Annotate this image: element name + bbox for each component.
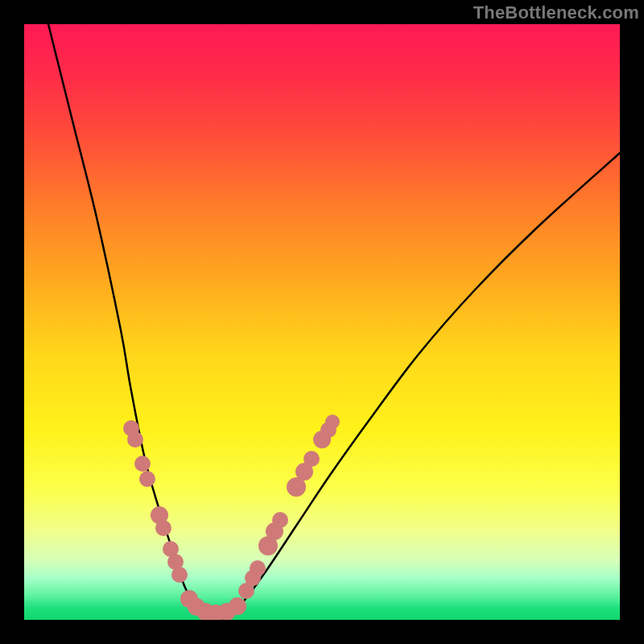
data-blob	[155, 520, 171, 536]
data-blob	[139, 471, 155, 487]
data-blob	[250, 560, 266, 576]
watermark-text: TheBottleneck.com	[473, 2, 639, 23]
data-blob	[272, 512, 288, 528]
chart-frame: TheBottleneck.com	[0, 0, 644, 644]
data-blob	[325, 415, 340, 429]
curve-layer	[24, 24, 620, 620]
bottleneck-curve	[48, 24, 620, 620]
plot-area	[24, 24, 620, 620]
data-blob	[127, 431, 143, 448]
data-blob	[171, 567, 188, 583]
data-blob	[229, 597, 246, 615]
data-blob	[303, 451, 320, 467]
data-blob	[134, 456, 151, 472]
